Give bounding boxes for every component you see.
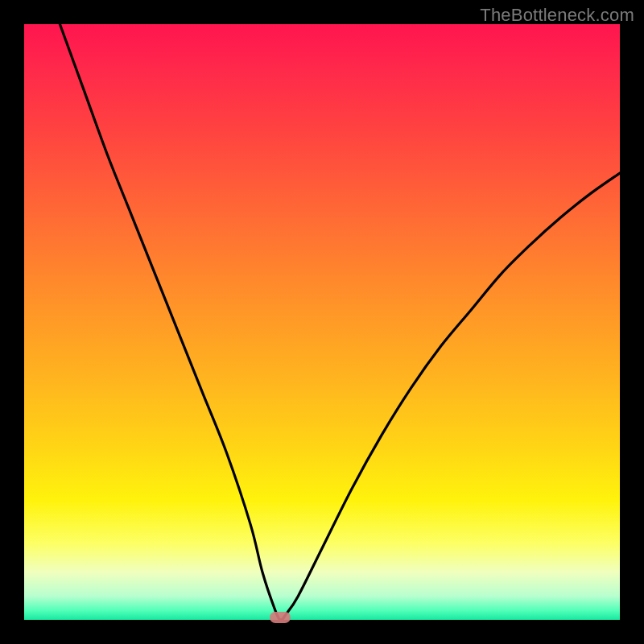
bottleneck-curve bbox=[24, 24, 620, 620]
curve-path bbox=[60, 24, 620, 620]
plot-area bbox=[24, 24, 620, 620]
watermark-text: TheBottleneck.com bbox=[480, 5, 634, 26]
minimum-marker bbox=[270, 612, 291, 623]
chart-frame: TheBottleneck.com bbox=[0, 0, 644, 644]
